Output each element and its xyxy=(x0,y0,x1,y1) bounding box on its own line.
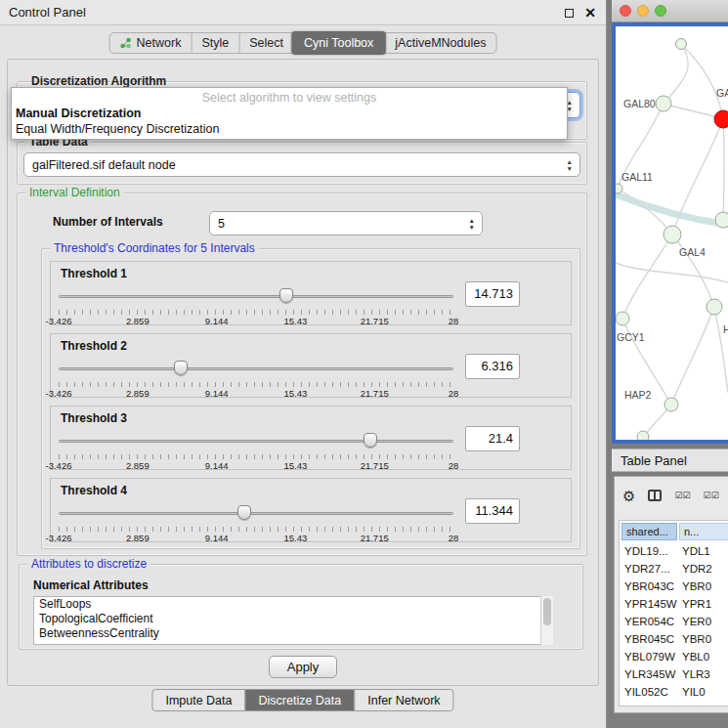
threshold-3-panel: Threshold 3 -3.4262.8599.14415.4321.7152… xyxy=(50,406,572,470)
mac-close-button[interactable] xyxy=(620,5,631,17)
mac-zoom-button[interactable] xyxy=(655,5,666,17)
threshold-3-slider[interactable]: -3.4262.8599.14415.4321.71528 xyxy=(59,432,453,469)
table-panel-window: ⚙ ☑☑ ☑☑ shared... n... YDL19...YDL1YDR27… xyxy=(614,476,728,713)
network-node[interactable] xyxy=(676,39,687,50)
table-row[interactable]: YPR145WYPR1 xyxy=(621,595,728,613)
dropdown-placeholder: Select algorithm to view settings xyxy=(12,90,567,106)
tab-style[interactable]: Style xyxy=(191,33,238,53)
network-window-titlebar xyxy=(612,0,728,22)
table-cell[interactable]: YIL0 xyxy=(679,686,728,698)
table-row[interactable]: YIL052CYIL0 xyxy=(621,683,728,701)
slider-scale-label: 15.43 xyxy=(284,460,308,471)
table-cell[interactable]: YBL079W xyxy=(621,651,679,663)
network-node-hap2[interactable] xyxy=(664,398,678,411)
table-cell[interactable]: YDL19... xyxy=(621,545,679,557)
table-cell[interactable]: YBL0 xyxy=(679,651,728,663)
select-columns-icon[interactable]: ☑☑ xyxy=(674,491,690,500)
threshold-value-field[interactable]: 14.713 xyxy=(465,281,520,307)
slider-scale: -3.4262.8599.14415.4321.71528 xyxy=(59,460,453,471)
table-row[interactable]: YER054CYER0 xyxy=(621,613,728,630)
list-item[interactable]: TopologicalCoefficient xyxy=(34,612,552,626)
group-title: Discretization Algorithm xyxy=(31,74,166,88)
numerical-attributes-list[interactable]: SelfLoopsTopologicalCoefficientBetweenne… xyxy=(33,596,553,645)
tab-cyni-toolbox[interactable]: Cyni Toolbox xyxy=(292,31,385,55)
node-label-gcy1: GCY1 xyxy=(617,331,645,343)
list-item[interactable]: SelfLoops xyxy=(34,597,552,612)
tab-select[interactable]: Select xyxy=(238,33,293,53)
number-of-intervals-combobox[interactable]: 5 ▲ ▼ xyxy=(209,211,483,236)
threshold-2-panel: Threshold 2 -3.4262.8599.14415.4321.7152… xyxy=(50,333,572,398)
threshold-4-slider[interactable]: -3.4262.8599.14415.4321.71528 xyxy=(59,504,453,541)
network-canvas[interactable]: GAL80 GA GAL11 GAL4 GCY1 H HAP2 xyxy=(612,22,728,444)
select-rows-icon[interactable]: ☑☑ xyxy=(704,491,719,500)
tab-jactivemnodules[interactable]: jActiveMNodules xyxy=(384,33,495,53)
table-cell[interactable]: YBR043C xyxy=(621,580,679,592)
slider-track[interactable] xyxy=(59,367,453,370)
table-cell[interactable]: YIL052C xyxy=(621,686,679,698)
table-data-combobox[interactable]: galFiltered.sif default node ▲ ▼ xyxy=(23,152,580,177)
slider-track[interactable] xyxy=(59,295,453,298)
node-table: shared... n... YDL19...YDL1YDR27...YDR2Y… xyxy=(619,520,728,707)
tab-label: Network xyxy=(137,36,182,50)
slider-track[interactable] xyxy=(59,512,453,515)
list-item[interactable]: BetweennessCentrality xyxy=(34,626,552,641)
threshold-1-slider[interactable]: -3.4262.8599.14415.4321.71528 xyxy=(59,287,453,324)
column-header-name[interactable]: n... xyxy=(679,523,728,540)
list-scrollbar[interactable] xyxy=(540,596,553,645)
table-cell[interactable]: YLR3 xyxy=(679,668,728,680)
table-cell[interactable]: YDR27... xyxy=(621,563,679,575)
close-window-icon[interactable]: ✕ xyxy=(584,6,596,20)
dropdown-item-equal-width-frequency[interactable]: Equal Width/Frequency Discretization xyxy=(12,121,567,137)
table-cell[interactable]: YDL1 xyxy=(679,545,728,557)
table-cell[interactable]: YPR145W xyxy=(621,598,679,610)
network-node[interactable] xyxy=(715,212,728,228)
table-row[interactable]: YDL19...YDL1 xyxy=(621,542,728,560)
threshold-value-field[interactable]: 21.4 xyxy=(465,426,520,451)
slider-scale-label: 9.144 xyxy=(205,533,229,543)
table-row[interactable]: YDR27...YDR2 xyxy=(621,560,728,578)
network-node-gal80[interactable] xyxy=(656,96,671,111)
mac-minimize-button[interactable] xyxy=(637,5,649,17)
table-row[interactable]: YLR345WYLR3 xyxy=(621,665,728,683)
table-cell[interactable]: YBR0 xyxy=(679,580,728,592)
network-node-gal4[interactable] xyxy=(664,226,681,243)
table-cell[interactable]: YER054C xyxy=(621,616,679,627)
scrollbar-thumb[interactable] xyxy=(543,598,551,625)
threshold-2-slider[interactable]: -3.4262.8599.14415.4321.71528 xyxy=(59,360,453,397)
network-node-selected-red[interactable] xyxy=(714,110,728,128)
network-node-gal11[interactable] xyxy=(616,184,622,193)
table-row[interactable]: YBR045CYBR0 xyxy=(621,630,728,648)
apply-button[interactable]: Apply xyxy=(269,656,337,678)
gear-icon[interactable]: ⚙ xyxy=(622,489,635,503)
table-row[interactable]: YBL079WYBL0 xyxy=(621,648,728,665)
network-node[interactable] xyxy=(707,299,722,315)
column-header-shared[interactable]: shared... xyxy=(621,523,677,540)
tab-label: Impute Data xyxy=(165,694,232,707)
table-cell[interactable]: YPR1 xyxy=(679,598,728,610)
table-row[interactable]: YBR043CYBR0 xyxy=(621,578,728,595)
table-cell[interactable]: YER0 xyxy=(679,616,728,627)
combo-arrows-icon[interactable]: ▲ ▼ xyxy=(469,216,475,231)
tab-discretize-data[interactable]: Discretize Data xyxy=(245,690,355,710)
network-node[interactable] xyxy=(637,431,649,443)
tab-impute-data[interactable]: Impute Data xyxy=(152,690,244,710)
combo-value: 5 xyxy=(218,217,225,231)
columns-icon[interactable] xyxy=(648,490,662,501)
tab-infer-network[interactable]: Infer Network xyxy=(354,690,452,710)
float-window-icon[interactable] xyxy=(565,9,574,18)
threshold-value-field[interactable]: 11.344 xyxy=(465,498,520,524)
table-cell[interactable]: YDR2 xyxy=(679,563,728,575)
dropdown-item-manual-discretization[interactable]: Manual Discretization xyxy=(12,106,567,121)
slider-thumb[interactable] xyxy=(237,505,251,520)
table-cell[interactable]: YBR0 xyxy=(679,633,728,645)
slider-thumb[interactable] xyxy=(174,361,188,375)
threshold-value-field[interactable]: 6.316 xyxy=(465,354,520,379)
table-cell[interactable]: YLR345W xyxy=(621,668,679,680)
table-cell[interactable]: YBR045C xyxy=(621,633,679,645)
network-node-gcy1[interactable] xyxy=(616,312,629,325)
slider-track[interactable] xyxy=(59,440,453,443)
combo-arrows-icon[interactable]: ▲ ▼ xyxy=(567,157,573,172)
slider-thumb[interactable] xyxy=(364,433,377,448)
tab-network[interactable]: Network xyxy=(110,33,192,53)
slider-thumb[interactable] xyxy=(279,288,293,303)
